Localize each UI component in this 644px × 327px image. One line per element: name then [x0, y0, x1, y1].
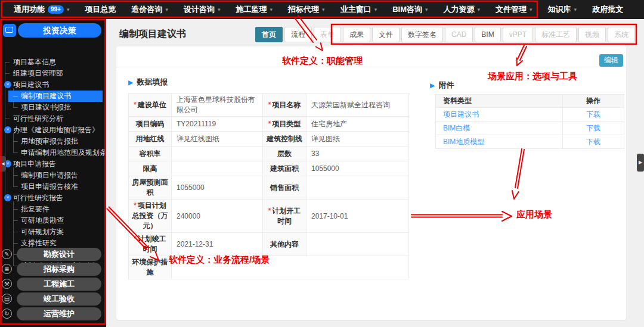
nav-item-gov-approval[interactable]: 政府批文: [584, 0, 631, 19]
collapse-toggle-icon[interactable]: ˅: [4, 126, 11, 133]
tree-item-project-application[interactable]: ˅ 项目申请报告: [0, 158, 106, 170]
cycle-icon: ↻: [2, 309, 12, 319]
sidebar-collapse-handle[interactable]: ◀: [0, 156, 6, 172]
tree-item-land-scope-planning[interactable]: 申请编制用地范围及规划条件: [0, 147, 106, 158]
tab-digital-signature[interactable]: 数字签名: [401, 27, 443, 42]
section-title: 附件: [438, 80, 454, 91]
nav-item-design-consult[interactable]: 设计咨询 ▾: [176, 0, 228, 19]
field-value[interactable]: [172, 161, 263, 176]
field-value[interactable]: [306, 176, 409, 200]
field-value[interactable]: 2017-10-01: [306, 200, 409, 233]
field-label: 容积率: [129, 147, 172, 161]
panel-icon[interactable]: [3, 24, 16, 37]
collapse-toggle-icon[interactable]: ˅: [4, 194, 11, 201]
field-label: 用地红线: [129, 132, 172, 147]
tab-process[interactable]: 流程: [284, 27, 312, 42]
caret-down-icon: ▾: [425, 7, 428, 13]
tab-results[interactable]: 成果: [343, 27, 370, 42]
tree-item-project-basic-info[interactable]: 项目基本信息: [0, 57, 106, 68]
field-value[interactable]: 住宅房地产: [306, 117, 409, 132]
download-link[interactable]: 下载: [563, 122, 624, 135]
tree-item-label: 项目建议书报批: [21, 103, 71, 111]
tree-item-land-prereview[interactable]: ˅ 办理《建设用地预审报告》: [0, 124, 106, 136]
phase-button-investment-decision[interactable]: 投资决策: [18, 23, 101, 38]
caret-down-icon: ▾: [67, 7, 70, 13]
sidebar-tree: 项目基本信息 组建项目管理部 ˅ 项目建议书 编制项目建议书 项目建议书报批 可…: [0, 57, 106, 266]
nav-item-bim-consult[interactable]: BIM咨询 ▾: [385, 0, 435, 19]
section-arrow-icon: ▶: [430, 82, 435, 89]
field-value[interactable]: 1055000: [172, 176, 263, 200]
attachment-link[interactable]: BIM地质模型: [436, 135, 563, 149]
attachment-link[interactable]: 项目建议书: [436, 108, 563, 122]
nav-item-file-mgmt[interactable]: 文件管理 ▾: [488, 0, 540, 19]
field-value[interactable]: [172, 256, 409, 279]
tree-item-project-proposal[interactable]: ˅ 项目建议书: [0, 79, 106, 91]
nav-item-label: 设计咨询: [184, 4, 215, 15]
nav-item-label: 项目总览: [85, 4, 116, 15]
table-row: 限高 建筑面积 1055000: [129, 161, 409, 176]
nav-item-cost-consult[interactable]: 造价咨询 ▾: [124, 0, 177, 19]
nav-item-label: 招标代理: [288, 4, 319, 15]
tree-item-form-pm-dept[interactable]: 组建项目管理部: [0, 68, 106, 79]
attachments-table: 资料类型 操作 项目建议书 下载 BIM白模 下载 BIM地质模型 下载: [435, 94, 624, 149]
edit-button[interactable]: 编辑: [599, 54, 623, 67]
tree-item-proposal-approval[interactable]: 项目建议书报批: [0, 102, 106, 113]
download-link[interactable]: 下载: [563, 108, 624, 122]
tree-item-approval-elements[interactable]: 批复要件: [0, 204, 106, 215]
field-label: 建筑控制线: [263, 132, 306, 147]
nav-item-owner-window[interactable]: 业主窗口 ▾: [333, 0, 385, 19]
nav-item-hr[interactable]: 人力资源 ▾: [436, 0, 488, 19]
collapse-toggle-icon[interactable]: ˅: [4, 81, 11, 88]
hammer-icon: ⚒: [2, 279, 12, 289]
field-label: *建设单位: [129, 94, 172, 117]
phase-button-completion-acceptance[interactable]: 竣工验收: [17, 292, 101, 306]
attachments-section: ▶ 附件 资料类型 操作 项目建议书 下载 BIM白模 下载 BIM地质: [430, 80, 624, 149]
caret-down-icon: ▾: [270, 7, 273, 13]
field-value[interactable]: 1055000: [306, 161, 409, 176]
field-value[interactable]: TY20211119: [172, 117, 263, 132]
field-value[interactable]: 2021-12-31: [172, 233, 263, 256]
nav-item-supervision[interactable]: 施工监理 ▾: [228, 0, 281, 19]
phase-button-operation-maintenance[interactable]: 运营维护: [17, 307, 101, 320]
field-value[interactable]: 上海蓝色星球科技股份有限公司: [172, 94, 263, 117]
field-value[interactable]: [306, 233, 409, 256]
field-value[interactable]: 33: [306, 147, 409, 161]
table-row: 环境保护措施: [129, 256, 409, 279]
field-value[interactable]: [172, 147, 263, 161]
download-link[interactable]: 下载: [563, 135, 624, 149]
tab-files[interactable]: 文件: [372, 27, 400, 42]
table-row: 用地红线 详见红线图纸 建筑控制线 详见图纸: [129, 132, 409, 147]
card-header: 编辑: [116, 46, 626, 67]
attachment-link[interactable]: BIM白模: [436, 122, 563, 135]
tab-home[interactable]: 首页: [255, 27, 283, 42]
phase-button-survey-design[interactable]: 勘察设计: [17, 248, 101, 261]
tree-item-application-approval[interactable]: 项目申请报告核准: [0, 181, 106, 192]
tree-item-geo-survey[interactable]: 可研地质勘查: [0, 215, 106, 226]
field-value[interactable]: 天源荣国新赋全过程咨询: [306, 94, 409, 117]
nav-item-knowledge-base[interactable]: 知识库 ▾: [540, 0, 585, 19]
nav-item-bidding-agency[interactable]: 招标代理 ▾: [280, 0, 333, 19]
section-header: ▶ 附件: [430, 80, 624, 91]
field-value[interactable]: 240000: [172, 200, 263, 233]
chevron-left-icon: ◀: [1, 161, 4, 166]
field-value[interactable]: 详见图纸: [306, 132, 409, 147]
tree-item-land-prereview-approval[interactable]: 用地预审报告报批: [0, 136, 106, 147]
tree-item-feasibility-analysis[interactable]: 可行性研究分析: [0, 113, 106, 124]
tree-item-compile-proposal-selected[interactable]: 编制项目建议书: [8, 91, 103, 102]
phase-button-construction[interactable]: 工程施工: [17, 278, 101, 291]
tree-item-feasibility-report[interactable]: ˅ 可行性研究报告: [0, 192, 106, 204]
field-label: *项目名称: [263, 94, 306, 117]
phase-button-bidding-procurement[interactable]: 招标采购: [17, 263, 101, 276]
nav-item-project-overview[interactable]: 项目总览: [78, 0, 124, 19]
nav-item-label: 通用功能: [14, 4, 45, 15]
tree-item-compile-application[interactable]: 编制项目申请报告: [0, 170, 106, 181]
field-value[interactable]: 详见红线图纸: [172, 132, 263, 147]
panel-expand-handle[interactable]: ▶: [637, 154, 644, 172]
field-label: *项目计划总投资（万元）: [129, 200, 172, 233]
nav-item-general[interactable]: 通用功能 99+ ▾: [6, 0, 78, 19]
tab-bim[interactable]: BIM: [475, 27, 500, 42]
table-row: *项目计划总投资（万元） 240000 *计划开工时间 2017-10-01: [129, 200, 409, 233]
tree-item-label: 用地预审报告报批: [21, 137, 78, 145]
field-label: 环境保护措施: [129, 256, 172, 279]
tree-item-planning-scheme[interactable]: 可研规划方案: [0, 226, 106, 238]
